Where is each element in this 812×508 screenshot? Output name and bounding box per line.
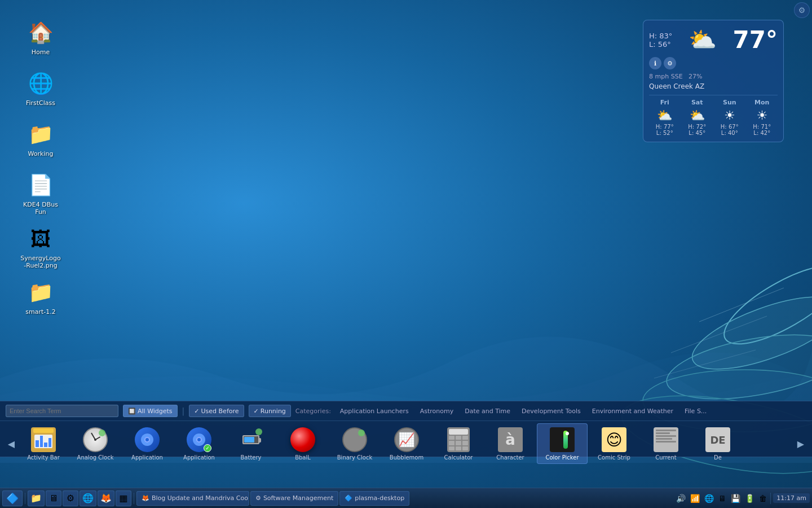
taskbar-sep-1 xyxy=(25,493,25,504)
widget-item-bball[interactable]: BbalL xyxy=(277,423,328,464)
widget-icon-de: DE xyxy=(704,426,731,453)
systray-icon-6[interactable]: 🔋 xyxy=(744,493,756,504)
icon-label-synergylogo: SynergyLogo-Ruel2.png xyxy=(20,255,61,269)
icon-label-working: Working xyxy=(28,150,54,157)
quicklaunch-firefox[interactable]: 🦊 xyxy=(98,491,114,506)
scroll-left-btn[interactable]: ◀ xyxy=(5,423,18,464)
weather-info-btn[interactable]: ℹ xyxy=(649,57,661,69)
systray-icon-5[interactable]: 💾 xyxy=(730,493,742,504)
scroll-right-btn[interactable]: ▶ xyxy=(794,423,807,464)
widget-item-bubblemom[interactable]: 📈 Bubblemom xyxy=(381,423,432,464)
icon-label-firstclass: FirstClass xyxy=(26,99,55,107)
icon-img-synergylogo: 🖼 xyxy=(27,225,54,252)
filter-all-widgets[interactable]: 🔲 All Widgets xyxy=(123,405,178,417)
task-blog[interactable]: 🦊 Blog Update and Mandriva Cooker xyxy=(136,491,249,506)
widget-icons-row: ◀ Activity Bar Analog Clock Applicati xyxy=(0,421,812,466)
category-btn-4[interactable]: Environment and Weather xyxy=(588,406,678,416)
desktop-icon-firstclass[interactable]: 🌐 FirstClass xyxy=(18,68,63,109)
widget-label-activity-bar: Activity Bar xyxy=(27,454,60,461)
forecast-icon-3: ☀️ xyxy=(756,108,767,122)
network-icon: 🌐 xyxy=(82,493,94,503)
widget-item-application1[interactable]: Application xyxy=(122,423,173,464)
widget-item-battery[interactable]: Battery xyxy=(226,423,276,464)
widget-label-bball: BbalL xyxy=(295,454,311,461)
widget-item-binary-clock[interactable]: Binary Clock xyxy=(329,423,380,464)
systray-trash[interactable]: 🗑 xyxy=(758,493,768,504)
quicklaunch-files[interactable]: 📁 xyxy=(28,491,45,506)
systray-icon-3[interactable]: 🌐 xyxy=(703,493,715,504)
svg-point-2 xyxy=(662,323,812,410)
desktop: 🏠 Home 🌐 FirstClass 📁 Working 📄 KDE4 DBu… xyxy=(0,0,812,508)
category-btn-2[interactable]: Date and Time xyxy=(460,406,515,416)
svg-point-1 xyxy=(684,282,812,384)
weather-high: H: 83° xyxy=(649,32,672,40)
widget-item-current[interactable]: Current xyxy=(641,423,691,464)
widget-label-battery: Battery xyxy=(240,454,261,461)
corner-button[interactable]: ⚙ xyxy=(794,2,810,18)
widget-icon-application2: ✓ xyxy=(186,426,213,453)
taskbar: 🔷 📁 🖥 ⚙ 🌐 🦊 ▦ 🦊 Blog Update and Mandriva… xyxy=(0,488,812,508)
forecast-dayname-3: Mon xyxy=(754,99,769,106)
systray-icon-4[interactable]: 🖥 xyxy=(717,493,727,504)
widget-icon-comic-strip: 😊 xyxy=(601,426,628,453)
category-btn-1[interactable]: Astronomy xyxy=(416,406,458,416)
filter-running[interactable]: ✓ Running xyxy=(249,405,291,417)
widget-icon-application1 xyxy=(134,426,161,453)
svg-line-5 xyxy=(699,288,784,322)
widget-item-activity-bar[interactable]: Activity Bar xyxy=(18,423,69,464)
category-btn-5[interactable]: File S... xyxy=(680,406,711,416)
widget-icon-current xyxy=(652,426,679,453)
forecast-icon-2: ☀️ xyxy=(724,108,735,122)
svg-line-7 xyxy=(654,350,756,378)
icon-label-home: Home xyxy=(32,49,50,56)
category-btn-3[interactable]: Development Tools xyxy=(517,406,585,416)
weather-settings-btn[interactable]: ⚙ xyxy=(664,57,676,69)
widget-item-application2[interactable]: ✓ Application xyxy=(174,423,224,464)
widget-label-calculator: Calculator xyxy=(444,454,473,461)
widget-item-de[interactable]: DE De xyxy=(692,423,743,464)
desktop-icon-smart12[interactable]: 📁 smart-1.2 xyxy=(18,277,63,318)
filter-used-before[interactable]: ✓ Used Before xyxy=(189,405,244,417)
forecast-day-1: Sat ⛅ H: 72°L: 45° xyxy=(682,99,713,136)
desktop-icon-kde4dbus[interactable]: 📄 KDE4 DBus Fun xyxy=(18,169,63,218)
weather-widget: H: 83° L: 56° ⛅ 77° ℹ ⚙ 8 mph SSE 27% Qu… xyxy=(643,20,784,142)
firefox-icon: 🦊 xyxy=(100,493,112,503)
desktop-icon-home[interactable]: 🏠 Home xyxy=(18,17,63,58)
widget-label-analog-clock: Analog Clock xyxy=(77,454,114,461)
forecast-icon-0: ⛅ xyxy=(657,108,672,122)
widget-label-application2: Application xyxy=(183,454,215,461)
weather-icon: ⛅ xyxy=(689,27,717,53)
widget-item-color-picker[interactable]: Color Picker xyxy=(537,423,588,464)
widget-search-input[interactable] xyxy=(6,405,118,417)
widget-item-calculator[interactable]: Calculator xyxy=(433,423,484,464)
kde-menu-button[interactable]: 🔷 xyxy=(2,491,23,506)
quicklaunch-settings[interactable]: ⚙ xyxy=(63,491,78,506)
quicklaunch-layout[interactable]: ▦ xyxy=(116,491,131,506)
svg-line-6 xyxy=(671,316,767,353)
quicklaunch-network[interactable]: 🌐 xyxy=(80,491,96,506)
systray-icon-1[interactable]: 🔊 xyxy=(675,493,687,504)
task-software-mgmt[interactable]: ⚙ Software Management xyxy=(250,491,338,506)
weather-temp: 77° xyxy=(733,26,778,54)
icon-img-smart12: 📁 xyxy=(27,279,54,306)
widget-item-comic-strip[interactable]: 😊 Comic Strip xyxy=(589,423,639,464)
task-plasma[interactable]: 🔷 plasma-desktop xyxy=(339,491,409,506)
widget-item-character[interactable]: à Character xyxy=(485,423,536,464)
icon-label-kde4dbus: KDE4 DBus Fun xyxy=(20,201,61,216)
desktop-icon-synergylogo[interactable]: 🖼 SynergyLogo-Ruel2.png xyxy=(18,223,63,271)
desktop-icon-working[interactable]: 📁 Working xyxy=(18,119,63,160)
systray-icon-2[interactable]: 📶 xyxy=(689,493,701,504)
widget-label-application1: Application xyxy=(131,454,163,461)
widget-icon-bball xyxy=(289,426,316,453)
weather-wind: 8 mph SSE 27% xyxy=(649,73,778,80)
task-blog-label: Blog Update and Mandriva Cooker xyxy=(152,494,249,502)
weather-forecast: Fri ⛅ H: 77°L: 52° Sat ⛅ H: 72°L: 45° Su… xyxy=(649,95,778,136)
weather-location: Queen Creek AZ xyxy=(649,82,778,90)
quicklaunch-terminal[interactable]: 🖥 xyxy=(46,491,61,506)
systray: 🔊 📶 🌐 🖥 💾 🔋 🗑 xyxy=(675,493,768,504)
widget-label-current: Current xyxy=(655,454,677,461)
widget-item-analog-clock[interactable]: Analog Clock xyxy=(70,423,121,464)
icon-img-working: 📁 xyxy=(27,121,54,148)
categories-label: Categories: xyxy=(295,408,331,415)
category-btn-0[interactable]: Application Launchers xyxy=(336,406,413,416)
